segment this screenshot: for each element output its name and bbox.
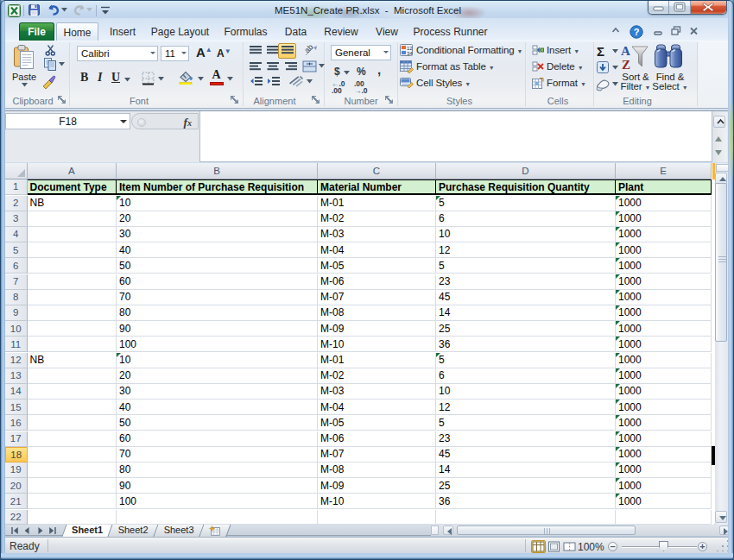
svg-text:ab: ab [304, 44, 314, 55]
svg-text:?: ? [634, 27, 640, 37]
svg-text:Z: Z [622, 58, 630, 72]
svg-text:A: A [621, 44, 630, 58]
svg-text:34: 34 [407, 51, 413, 56]
